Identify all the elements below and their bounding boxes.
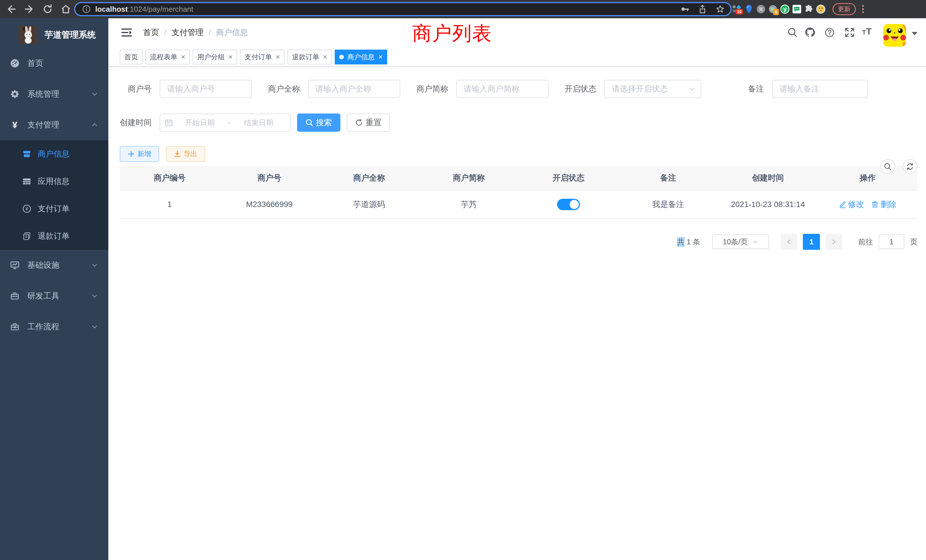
sidebar-item-home[interactable]: 首页 <box>0 48 108 79</box>
font-size-icon[interactable]: TT <box>862 26 872 37</box>
github-icon[interactable] <box>805 27 816 38</box>
ext-y-icon[interactable]: y <box>780 4 790 14</box>
fullscreen-icon[interactable] <box>844 27 855 38</box>
ext-command-icon[interactable]: ⌘ <box>756 4 766 14</box>
sidebar-item-app-info[interactable]: 应用信息 <box>0 168 108 195</box>
sidebar-item-payment[interactable]: ¥ 支付管理 <box>0 109 108 140</box>
full-name-input[interactable] <box>308 80 400 98</box>
close-icon[interactable]: ✕ <box>378 54 383 61</box>
help-icon[interactable] <box>825 27 835 38</box>
show-search-button[interactable] <box>881 159 895 174</box>
reset-button[interactable]: 重置 <box>346 114 390 132</box>
breadcrumb-home[interactable]: 首页 <box>143 27 159 38</box>
prev-page-button[interactable] <box>781 234 797 250</box>
extensions-puzzle-icon[interactable] <box>804 4 814 14</box>
status-select[interactable]: 请选择开启状态 <box>604 80 701 98</box>
close-icon[interactable]: ✕ <box>323 54 327 61</box>
cell-merchant-no: M233666999 <box>219 200 319 209</box>
reload-icon[interactable] <box>42 4 53 15</box>
chevron-down-icon <box>91 91 98 97</box>
sidebar-logo: 芋道管理系统 <box>0 18 108 44</box>
breadcrumb-section[interactable]: 支付管理 <box>172 27 204 38</box>
tab-process-form[interactable]: 流程表单✕ <box>145 50 190 64</box>
svg-text:¥: ¥ <box>25 206 28 212</box>
user-avatar[interactable] <box>883 24 906 47</box>
sidebar-item-label: 基础设施 <box>27 260 59 271</box>
plus-icon <box>128 151 135 157</box>
delete-link[interactable]: 删除 <box>871 199 896 210</box>
info-icon[interactable] <box>82 5 91 14</box>
ext-chat-icon[interactable] <box>792 4 802 14</box>
sidebar-item-merchant-info[interactable]: 商户信息 <box>0 140 108 168</box>
share-icon[interactable] <box>698 5 707 14</box>
chrome-menu-icon[interactable] <box>862 5 864 13</box>
close-icon[interactable]: ✕ <box>228 54 233 61</box>
filter-label: 备注 <box>747 83 764 94</box>
top-navbar: 首页 / 支付管理 / 商户信息 商户列表 TT <box>108 18 926 47</box>
ext-sheets-icon[interactable]: 10 <box>732 4 742 14</box>
refresh-icon <box>906 162 914 171</box>
sidebar-item-infrastructure[interactable]: 基础设施 <box>0 250 108 281</box>
tab-user-group[interactable]: 用户分组✕ <box>193 50 237 64</box>
chrome-update-button[interactable]: 更新 <box>832 3 856 15</box>
tab-home[interactable]: 首页 <box>120 50 142 64</box>
ext-recorder-icon[interactable]: 1 <box>768 4 778 14</box>
close-icon[interactable]: ✕ <box>181 54 185 61</box>
sidebar-menu: 首页 系统管理 ¥ 支付管理 商户信息 应用信息 <box>0 48 108 342</box>
col-merchant-id: 商户编号 <box>120 173 219 183</box>
chevron-down-icon <box>91 262 98 269</box>
short-name-input[interactable] <box>456 80 549 98</box>
forward-icon[interactable] <box>24 4 35 15</box>
filter-merchant-no: 商户号 <box>120 80 252 98</box>
pagination-total: 共 1 条 <box>677 237 700 247</box>
edit-link[interactable]: 修改 <box>839 199 864 210</box>
chevron-left-icon <box>786 239 792 245</box>
status-toggle[interactable] <box>557 199 580 210</box>
filter-row-1: 商户号 商户全称 商户简称 开启状态 请选择开启状态 <box>120 80 926 98</box>
page-size-select[interactable]: 10条/页 <box>712 235 769 249</box>
filter-remark: 备注 <box>747 80 868 98</box>
sidebar-item-workflow[interactable]: 工作流程 <box>0 311 108 342</box>
caret-down-icon[interactable] <box>912 32 917 35</box>
tab-refund-order[interactable]: 退款订单✕ <box>287 50 332 64</box>
hamburger-icon[interactable] <box>121 28 132 37</box>
ext-pin-icon[interactable] <box>744 4 754 14</box>
toolbox-icon <box>10 291 20 301</box>
url-bar[interactable]: localhost:1024/pay/merchant <box>74 2 732 16</box>
active-dot <box>339 55 344 59</box>
page-1-button[interactable]: 1 <box>803 234 820 250</box>
goto-page-input[interactable] <box>879 235 904 249</box>
refresh-button[interactable] <box>903 159 917 174</box>
filter-full-name: 商户全称 <box>268 80 400 98</box>
yen-circle-icon: ¥ <box>22 204 31 213</box>
back-icon[interactable] <box>6 4 17 15</box>
sidebar-item-refund-order[interactable]: 退款订单 <box>0 222 108 250</box>
merchant-no-input[interactable] <box>160 80 252 98</box>
tab-merchant-info[interactable]: 商户信息✕ <box>335 50 387 64</box>
remark-input[interactable] <box>772 80 868 98</box>
merchant-table: 商户编号 商户号 商户全称 商户简称 开启状态 备注 创建时间 操作 1 M23… <box>120 166 917 219</box>
col-create-time: 创建时间 <box>718 173 818 183</box>
sidebar-item-pay-order[interactable]: ¥ 支付订单 <box>0 195 108 222</box>
search-button[interactable]: 搜索 <box>297 114 340 132</box>
grid-icon <box>22 177 31 186</box>
sidebar-item-dev-tools[interactable]: 研发工具 <box>0 281 108 311</box>
filter-label: 商户简称 <box>416 83 448 94</box>
profile-avatar-icon[interactable] <box>816 4 826 14</box>
bookmark-star-icon[interactable] <box>716 5 725 14</box>
export-button[interactable]: 导出 <box>166 146 205 162</box>
cell-remark: 我是备注 <box>618 199 718 210</box>
sidebar-item-system[interactable]: 系统管理 <box>0 79 108 109</box>
tab-pay-order[interactable]: 支付订单✕ <box>240 50 284 64</box>
dashboard-icon <box>10 58 20 68</box>
home-icon[interactable] <box>61 4 71 15</box>
add-button[interactable]: 新增 <box>120 146 159 162</box>
browser-toolbar: localhost:1024/pay/merchant 10 ⌘ 1 y 更新 <box>0 0 926 18</box>
date-range-picker[interactable]: 开始日期 - 结束日期 <box>160 114 291 132</box>
cell-short-name: 芋艿 <box>419 199 519 210</box>
key-icon[interactable] <box>680 5 689 14</box>
search-icon[interactable] <box>787 27 798 38</box>
close-icon[interactable]: ✕ <box>275 54 280 61</box>
sidebar-item-label: 系统管理 <box>27 89 59 100</box>
next-page-button[interactable] <box>826 234 842 250</box>
